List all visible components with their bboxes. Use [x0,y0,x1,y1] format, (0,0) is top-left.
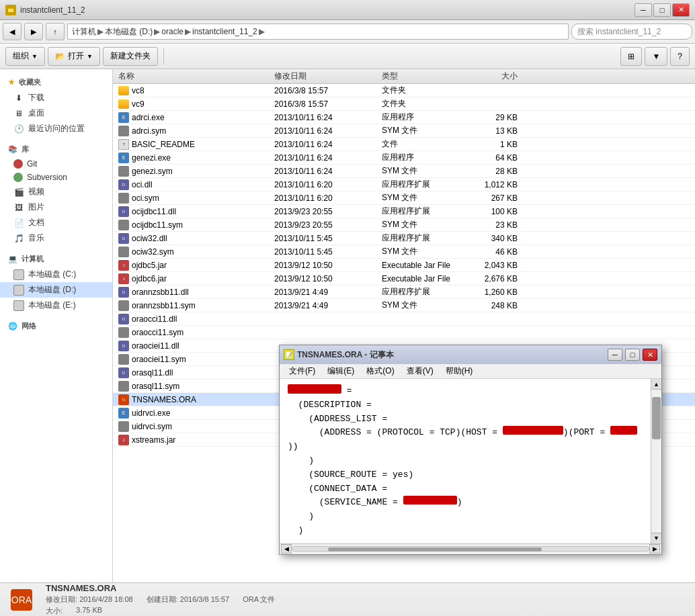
sidebar-item-pictures[interactable]: 🖼 图片 [0,200,112,215]
table-row[interactable]: J ojdbc5.jar 2013/9/12 10:50 Executable … [113,259,695,272]
search-box[interactable]: 搜索 instantclient_11_2 [571,24,692,40]
drive-e-icon [13,300,24,311]
hscroll-thumb[interactable] [328,547,542,552]
sidebar-item-desktop[interactable]: 🖥 桌面 [0,105,112,121]
table-row[interactable]: adrci.sym 2013/10/11 6:24 SYM 文件 13 KB [113,124,695,138]
table-row[interactable]: vc9 2016/3/8 15:57 文件夹 [113,97,695,111]
sidebar-item-documents[interactable]: 📄 文档 [0,215,112,230]
file-name-text: adrci.sym [132,126,166,136]
jar-icon: J [118,435,129,445]
col-size-header[interactable]: 大小 [469,71,523,82]
sidebar-item-subversion[interactable]: Subversion [0,171,112,184]
table-row[interactable]: E adrci.exe 2013/10/11 6:24 应用程序 29 KB [113,111,695,124]
pictures-label: 图片 [28,202,44,213]
new-folder-button[interactable]: 新建文件夹 [103,47,158,66]
drive-c-icon [13,269,24,280]
file-name-text: oraocci11.dll [132,314,177,324]
table-row[interactable]: ocijdbc11.sym 2013/9/23 20:55 SYM 文件 23 … [113,218,695,232]
notepad-menu-edit[interactable]: 编辑(E) [322,364,360,378]
file-date-cell: 2013/10/11 6:20 [274,180,382,189]
back-button[interactable]: ◀ [3,23,22,40]
notepad-menu-format[interactable]: 格式(O) [361,364,399,378]
view-options-button[interactable]: ▼ [645,47,667,66]
notepad-menu-view[interactable]: 查看(V) [401,364,439,378]
sidebar-item-drive-d[interactable]: 本地磁盘 (D:) [0,282,112,298]
table-row[interactable]: orannzsbb11.sym 2013/9/21 4:49 SYM 文件 24… [113,299,695,312]
table-row[interactable]: D oraocci11.dll [113,312,695,326]
table-row[interactable]: D ocijdbc11.dll 2013/9/23 20:55 应用程序扩展 1… [113,205,695,218]
path-sep3: ▶ [185,27,191,36]
sidebar-item-drive-e[interactable]: 本地磁盘 (E:) [0,298,112,313]
network-heading: 🌐 网络 [0,318,112,334]
col-date-header[interactable]: 修改日期 [274,71,382,82]
notepad-menu-help[interactable]: 帮助(H) [440,364,479,378]
sidebar-item-drive-c[interactable]: 本地磁盘 (C:) [0,267,112,282]
file-name-cell: J ojdbc5.jar [113,260,274,271]
table-row[interactable]: T BASIC_README 2013/10/11 6:24 文件 1 KB [113,138,695,151]
sidebar-item-git[interactable]: Git [0,157,112,171]
up-button[interactable]: ↑ [46,23,65,40]
view-button[interactable]: ⊞ [620,47,642,66]
sidebar-item-video[interactable]: 🎬 视频 [0,184,112,200]
file-size-cell: 1,012 KB [469,180,523,189]
file-name-text: vc9 [132,99,145,109]
file-name-cell: vc8 [113,86,274,95]
close-button[interactable]: ✕ [672,3,690,17]
file-name-cell: vc9 [113,99,274,109]
table-row[interactable]: oraocci11.sym [113,326,695,339]
notepad-minimize-button[interactable]: ─ [608,349,622,361]
col-type-header[interactable]: 类型 [382,71,469,82]
file-name-cell: oraocci11.sym [113,327,274,338]
drive-e-label: 本地磁盘 (E:) [28,300,76,311]
vscroll-thumb[interactable] [652,397,661,440]
address-path[interactable]: 计算机 ▶ 本地磁盘 (D:) ▶ oracle ▶ instantclient… [67,24,569,40]
git-label: Git [27,159,37,169]
hscroll-left-btn[interactable]: ◀ [281,544,292,554]
file-type-cell: 应用程序扩展 [382,206,469,217]
forward-button[interactable]: ▶ [24,23,43,40]
table-row[interactable]: ociw32.sym 2013/10/11 5:45 SYM 文件 46 KB [113,245,695,259]
star-icon: ★ [8,78,15,87]
size-label: 大小: [46,606,63,616]
table-row[interactable]: D oci.dll 2013/10/11 6:20 应用程序扩展 1,012 K… [113,178,695,191]
notepad-close-button[interactable]: ✕ [643,349,657,361]
notepad-menu-file[interactable]: 文件(F) [284,364,321,378]
file-type-cell: Executable Jar File [382,274,469,283]
organize-button[interactable]: 组织 ▼ [5,47,45,66]
status-details: 修改日期: 2016/4/28 18:08 创建日期: 2016/3/8 15:… [46,595,275,605]
sidebar-item-downloads[interactable]: ⬇ 下载 [0,90,112,105]
sym-icon [118,354,129,365]
vscroll-track [651,390,661,533]
table-row[interactable]: D ociw32.dll 2013/10/11 5:45 应用程序扩展 340 … [113,232,695,245]
file-type-cell: 应用程序扩展 [382,286,469,298]
table-row[interactable]: E genezi.exe 2013/10/11 6:24 应用程序 64 KB [113,151,695,165]
notepad-vscrollbar[interactable]: ▲ ▼ [651,379,661,543]
sidebar-item-recent[interactable]: 🕐 最近访问的位置 [0,121,112,136]
minimize-button[interactable]: ─ [635,3,652,17]
file-date-cell: 2013/9/21 4:49 [274,288,382,297]
sidebar-item-music[interactable]: 🎵 音乐 [0,230,112,246]
table-row[interactable]: oci.sym 2013/10/11 6:20 SYM 文件 267 KB [113,191,695,205]
table-row[interactable]: D orannzsbb11.dll 2013/9/21 4:49 应用程序扩展 … [113,285,695,299]
hscroll-right-btn[interactable]: ▶ [649,544,660,554]
library-icon: 📚 [8,145,17,154]
file-name-text: BASIC_README [132,140,195,149]
recent-label: 最近访问的位置 [28,123,85,134]
downloads-icon: ⬇ [13,93,24,103]
notepad-maximize-button[interactable]: □ [625,349,640,361]
file-name-text: orasql11.sym [132,382,179,391]
file-name-cell: T BASIC_README [113,139,274,150]
table-row[interactable]: genezi.sym 2013/10/11 6:24 SYM 文件 28 KB [113,165,695,178]
notepad-text-area[interactable]: = (DESCRIPTION = (ADDRESS_LIST = (ADDRES… [280,379,651,543]
help-button[interactable]: ? [670,47,690,66]
notepad-hscrollbar[interactable]: ◀ ▶ [280,543,661,554]
table-row[interactable]: J ojdbc6.jar 2013/9/12 10:50 Executable … [113,272,695,285]
table-row[interactable]: vc8 2016/3/8 15:57 文件夹 [113,84,695,97]
path-computer: 计算机 [72,26,96,38]
content-line-5: ) [288,454,643,468]
maximize-button[interactable]: □ [653,3,671,17]
open-button[interactable]: 📂 打开 ▼ [48,47,100,66]
col-name-header[interactable]: 名称 [113,71,274,82]
vscroll-up-btn[interactable]: ▲ [651,379,661,390]
vscroll-down-btn[interactable]: ▼ [651,533,661,543]
